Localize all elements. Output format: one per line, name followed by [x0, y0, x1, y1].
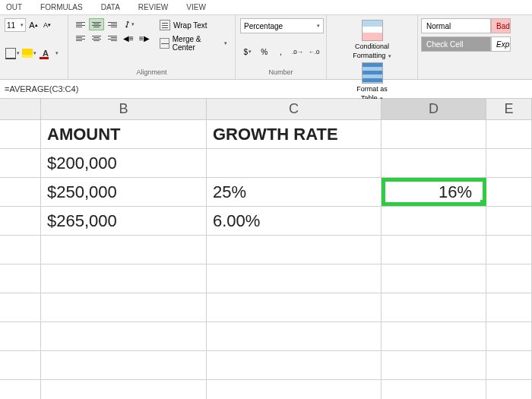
alignment-group-label: Alignment [73, 67, 230, 76]
cell-D6[interactable] [382, 264, 486, 293]
cell-E2[interactable] [486, 149, 532, 177]
col-header-B[interactable]: B [41, 99, 207, 119]
cell-E10[interactable] [486, 380, 532, 399]
align-left-button[interactable] [73, 32, 88, 44]
number-format-dropdown[interactable]: Percentage ▾ [240, 18, 324, 33]
cell-A2[interactable] [0, 149, 41, 177]
cell-C6[interactable] [207, 264, 382, 293]
cell-C3[interactable]: 25% [207, 178, 382, 206]
cell-A5[interactable] [0, 236, 41, 264]
wrap-text-button[interactable]: Wrap Text [157, 18, 230, 32]
orientation-button[interactable]: ⤢▾ [121, 18, 136, 30]
cell-A9[interactable] [0, 351, 41, 379]
cell-B9[interactable] [41, 351, 207, 379]
cell-C1[interactable]: GROWTH RATE [207, 120, 382, 148]
cell-style-check[interactable]: Check Cell [421, 36, 491, 52]
cell-A6[interactable] [0, 264, 41, 293]
col-header-E[interactable]: E [486, 99, 532, 119]
align-bottom-button[interactable] [105, 18, 120, 30]
cell-B1[interactable]: AMOUNT [41, 120, 207, 148]
cell-A10[interactable] [0, 380, 41, 399]
cell-style-normal[interactable]: Normal [421, 18, 491, 33]
cell-style-exp[interactable]: Exp [491, 36, 511, 52]
cell-D2[interactable] [382, 149, 486, 177]
cell-E3[interactable] [486, 178, 532, 206]
percent-format-button[interactable]: % [257, 45, 272, 59]
formula-bar[interactable]: =AVERAGE(C3:C4) [0, 80, 532, 99]
cell-E1[interactable] [486, 120, 532, 148]
cell-C4[interactable]: 6.00% [207, 207, 382, 235]
wrap-text-icon [160, 20, 170, 30]
merge-center-button[interactable]: Merge & Center ▾ [157, 33, 230, 53]
cell-D9[interactable] [382, 351, 486, 379]
cell-A3[interactable] [0, 178, 41, 206]
cell-E9[interactable] [486, 351, 532, 379]
decrease-font-button[interactable]: A▾ [41, 19, 53, 31]
cell-C2[interactable] [207, 149, 382, 177]
styles-group: Conditional Formatting ▾ Format as Table… [327, 15, 418, 79]
tab-review[interactable]: REVIEW [138, 3, 168, 11]
cell-style-bad[interactable]: Bad [491, 18, 511, 33]
tab-formulas[interactable]: FORMULAS [40, 3, 83, 11]
cell-C9[interactable] [207, 351, 382, 379]
cell-A1[interactable] [0, 120, 41, 148]
cell-E8[interactable] [486, 322, 532, 350]
cell-A8[interactable] [0, 322, 41, 350]
cell-B4[interactable]: $265,000 [41, 207, 207, 235]
cell-D7[interactable] [382, 293, 486, 321]
border-button[interactable]: ▾ [5, 46, 20, 60]
cell-B5[interactable] [41, 236, 207, 264]
align-middle-button[interactable] [89, 18, 104, 30]
font-color-button[interactable] [38, 46, 53, 60]
cell-C5[interactable] [207, 236, 382, 264]
number-group-label: Number [240, 67, 321, 76]
cell-D4[interactable] [382, 207, 486, 235]
accounting-format-button[interactable]: $▾ [240, 45, 255, 59]
cell-B2[interactable]: $200,000 [41, 149, 207, 177]
fill-color-button[interactable]: ▾ [21, 46, 36, 60]
cell-A4[interactable] [0, 207, 41, 235]
align-top-button[interactable] [73, 18, 88, 30]
cell-B10[interactable] [41, 380, 207, 399]
conditional-formatting-button[interactable]: Conditional Formatting ▾ [331, 18, 413, 61]
format-as-table-button[interactable]: Format as Table ▾ [331, 61, 413, 103]
cell-D5[interactable] [382, 236, 486, 264]
spreadsheet-grid: B C D E AMOUNT GROWTH RATE $200,000 $250… [0, 99, 532, 399]
increase-indent-button[interactable]: ≡▶ [137, 32, 152, 44]
col-header-C[interactable]: C [207, 99, 382, 119]
cell-B6[interactable] [41, 264, 207, 293]
col-header-A[interactable] [0, 99, 41, 119]
number-format-value: Percentage [244, 22, 283, 30]
cell-D3-selected[interactable]: 16% [382, 178, 486, 206]
align-center-button[interactable] [89, 32, 104, 44]
decrease-decimal-button[interactable]: ←.0 [306, 45, 321, 59]
tab-layout[interactable]: OUT [6, 3, 22, 11]
row-6 [0, 264, 532, 293]
increase-font-button[interactable]: A▴ [27, 19, 40, 31]
cell-D1[interactable] [382, 120, 486, 148]
cell-D10[interactable] [382, 380, 486, 399]
increase-decimal-button[interactable]: .0→ [290, 45, 305, 59]
col-header-D[interactable]: D [382, 99, 486, 119]
tab-view[interactable]: VIEW [186, 3, 206, 11]
cell-B7[interactable] [41, 293, 207, 321]
cell-C10[interactable] [207, 380, 382, 399]
cell-E7[interactable] [486, 293, 532, 321]
cell-D8[interactable] [382, 322, 486, 350]
font-size-value: 11 [7, 21, 15, 30]
cell-B8[interactable] [41, 322, 207, 350]
cell-E4[interactable] [486, 207, 532, 235]
font-group-label [5, 74, 63, 76]
cell-B3[interactable]: $250,000 [41, 178, 207, 206]
cell-C8[interactable] [207, 322, 382, 350]
cell-E6[interactable] [486, 264, 532, 293]
align-right-button[interactable] [105, 32, 120, 44]
decrease-indent-button[interactable]: ◀≡ [121, 32, 136, 44]
cell-C7[interactable] [207, 293, 382, 321]
merge-label: Merge & Center [173, 35, 220, 52]
font-size-input[interactable]: 11 ▾ [5, 18, 26, 32]
cell-E5[interactable] [486, 236, 532, 264]
comma-format-button[interactable]: , [274, 45, 289, 59]
tab-data[interactable]: DATA [101, 3, 120, 11]
cell-A7[interactable] [0, 293, 41, 321]
